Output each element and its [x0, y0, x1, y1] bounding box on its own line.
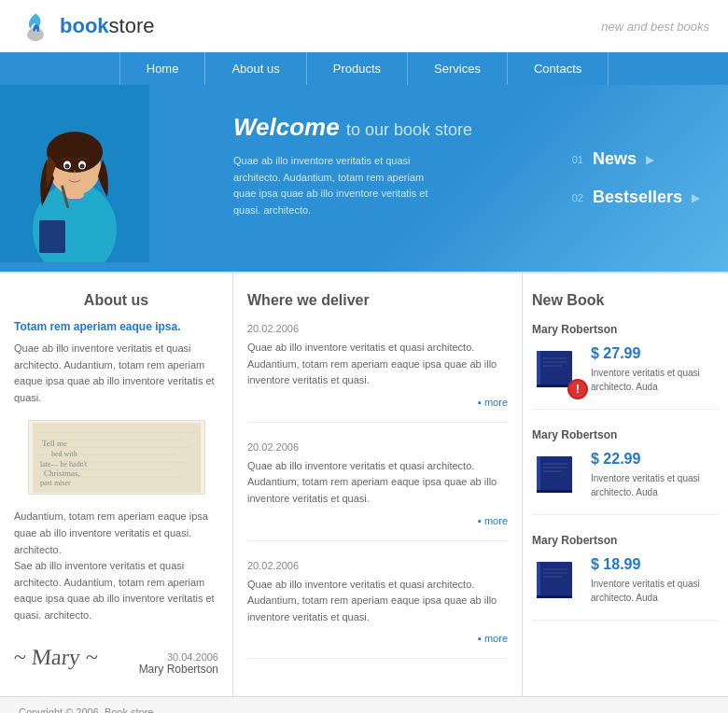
- hero-links: 01 News ▶ 02 Bestsellers ▶: [544, 85, 728, 272]
- book-cover-1: !: [532, 343, 583, 395]
- news-item-3: 20.02.2006 Quae ab illo inventore verita…: [247, 560, 508, 660]
- nav-services[interactable]: Services: [408, 52, 508, 85]
- signature-area: ~ Mary ~ 30.04.2006 Mary Robertson: [14, 638, 218, 676]
- about-highlight: Totam rem aperiam eaque ipsa.: [14, 320, 218, 333]
- navigation: Home About us Products Services Contacts: [0, 52, 728, 85]
- book-cover-3: [532, 554, 583, 606]
- news-item-2: 20.02.2006 Quae ab illo inventore verita…: [247, 441, 508, 541]
- book-desc-2: Inventore veritatis et quasi architecto.…: [591, 471, 719, 499]
- hero-bestsellers-label: Bestsellers: [593, 188, 682, 207]
- header: bookstore new and best books: [0, 0, 728, 52]
- news-more-link-1[interactable]: more: [484, 397, 508, 408]
- svg-rect-27: [537, 351, 540, 386]
- hero-image-area: [0, 85, 205, 272]
- book-item-3: Mary Robertson $ 18.99 Inventore veritat…: [532, 534, 719, 621]
- svg-text:bed with: bed with: [51, 450, 77, 458]
- svg-rect-35: [537, 456, 572, 492]
- hero-rest-text: to our book store: [346, 120, 472, 139]
- middle-column: Where we deliver 20.02.2006 Quae ab illo…: [233, 273, 523, 696]
- main-content: About us Totam rem aperiam eaque ipsa. Q…: [0, 272, 728, 696]
- svg-rect-37: [537, 490, 572, 493]
- signature-image: ~ Mary ~: [12, 638, 99, 676]
- right-column: New Book Mary Robertson: [523, 273, 728, 696]
- more-icon-2: ▪: [478, 515, 482, 526]
- hero-welcome-text: Welcome: [233, 113, 340, 141]
- news-more-1: ▪ more: [247, 397, 508, 408]
- book-row-1: ! $ 27.99 Inventore veritatis et quasi a…: [532, 343, 719, 395]
- book-cover-2: [532, 449, 583, 500]
- svg-text:past miser: past miser: [40, 479, 71, 487]
- news-more-link-3[interactable]: more: [484, 633, 508, 644]
- more-icon-1: ▪: [478, 397, 482, 408]
- svg-point-8: [65, 164, 70, 169]
- book-row-3: $ 18.99 Inventore veritatis et quasi arc…: [532, 554, 719, 606]
- hero-news-link[interactable]: 01 News ▶: [572, 149, 700, 169]
- hero-news-num: 01: [572, 154, 583, 165]
- book-item-1: Mary Robertson !: [532, 323, 719, 410]
- logo-book: book: [60, 14, 109, 37]
- svg-text:late— he hadn't: late— he hadn't: [40, 460, 88, 468]
- tagline: new and best books: [601, 20, 709, 34]
- news-body-3: Quae ab illo inventore veritatis et quas…: [247, 577, 508, 626]
- svg-rect-41: [537, 562, 572, 597]
- signature-name: Mary Robertson: [139, 663, 218, 676]
- where-we-deliver-title: Where we deliver: [247, 292, 508, 309]
- news-date-2: 20.02.2006: [247, 441, 508, 453]
- svg-text:Christmas,: Christmas,: [44, 468, 80, 478]
- about-text-2: Audantium, totam rem aperiam eaque ipsa …: [14, 509, 218, 623]
- hero-person-svg: [0, 85, 149, 262]
- nav-products[interactable]: Products: [307, 52, 408, 85]
- svg-text:Tell me: Tell me: [42, 439, 67, 448]
- svg-text:!: !: [576, 382, 580, 396]
- book-svg-2: [532, 449, 583, 496]
- news-date-1: 20.02.2006: [247, 323, 508, 334]
- book-author-3: Mary Robertson: [532, 534, 719, 547]
- book-svg-3: [532, 554, 583, 601]
- book-row-2: $ 22.99 Inventore veritatis et quasi arc…: [532, 449, 719, 500]
- book-price-1: $ 27.99: [591, 345, 719, 362]
- news-more-3: ▪ more: [247, 633, 508, 644]
- book-desc-1: Inventore veritatis et quasi architecto.…: [591, 366, 719, 394]
- news-date-3: 20.02.2006: [247, 560, 508, 571]
- hero-bestsellers-link[interactable]: 02 Bestsellers ▶: [572, 188, 700, 207]
- svg-rect-42: [537, 562, 540, 597]
- news-more-2: ▪ more: [247, 515, 508, 526]
- news-body-2: Quae ab illo inventore veritatis et quas…: [247, 458, 508, 508]
- more-icon-3: ▪: [478, 633, 482, 644]
- logo-area: bookstore: [19, 9, 154, 43]
- book-author-1: Mary Robertson: [532, 323, 719, 336]
- svg-point-9: [80, 164, 85, 169]
- logo-store: store: [109, 14, 155, 37]
- hero-news-label: News: [593, 149, 637, 169]
- footer-copyright: Copyright © 2006. Book store: [19, 706, 709, 713]
- nav-about[interactable]: About us: [205, 52, 306, 85]
- book-badge-1: !: [567, 379, 588, 399]
- logo-flame-icon: [19, 9, 52, 43]
- svg-point-0: [27, 28, 44, 41]
- logo-text: bookstore: [60, 14, 154, 38]
- nav-home[interactable]: Home: [119, 52, 206, 85]
- hero-description: Quae ab illo inventore veritatis et quas…: [233, 153, 439, 218]
- about-image: Tell me bed with late— he hadn't Christm…: [28, 420, 205, 495]
- hero-bestsellers-num: 02: [572, 192, 583, 203]
- nav-contacts[interactable]: Contacts: [508, 52, 609, 85]
- news-item-1: 20.02.2006 Quae ab illo inventore verita…: [247, 323, 508, 423]
- news-body-1: Quae ab illo inventore veritatis et quas…: [247, 340, 508, 389]
- book-item-2: Mary Robertson $ 22.99 Inventore veritat…: [532, 428, 719, 515]
- hero-title: Welcome to our book store: [233, 113, 525, 142]
- book-desc-3: Inventore veritatis et quasi architecto.…: [591, 577, 719, 605]
- hero-news-arrow-icon: ▶: [646, 153, 654, 166]
- book-price-2: $ 22.99: [591, 451, 719, 468]
- hero-banner: Welcome to our book store Quae ab illo i…: [0, 85, 728, 272]
- about-book-image-svg: Tell me bed with late— he hadn't Christm…: [33, 423, 201, 493]
- book-author-2: Mary Robertson: [532, 428, 719, 441]
- svg-rect-11: [39, 220, 65, 253]
- left-column: About us Totam rem aperiam eaque ipsa. Q…: [0, 273, 233, 696]
- footer: Copyright © 2006. Book store Privacy Pol…: [0, 696, 728, 713]
- svg-rect-43: [537, 595, 572, 598]
- about-us-title: About us: [14, 292, 218, 309]
- hero-content: Welcome to our book store Quae ab illo i…: [205, 85, 544, 272]
- signature-date: 30.04.2006: [139, 651, 218, 663]
- news-more-link-2[interactable]: more: [484, 515, 508, 526]
- svg-rect-36: [537, 456, 540, 492]
